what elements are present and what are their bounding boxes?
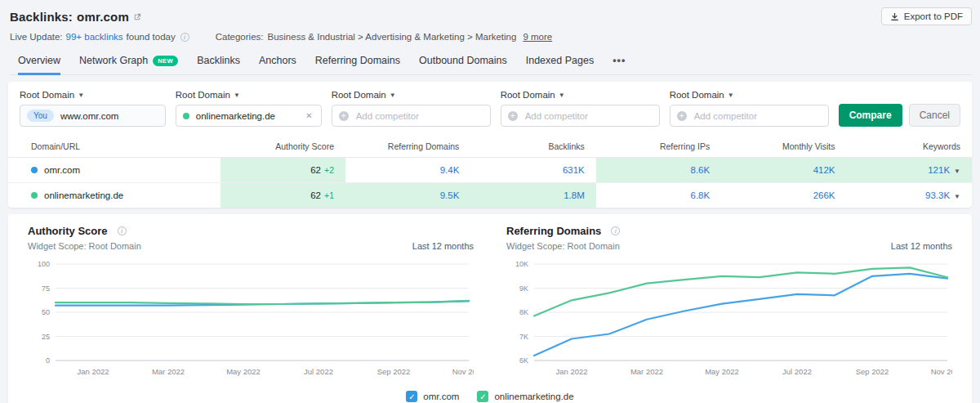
chart-title: Referring Domains	[506, 225, 601, 237]
series-line-omr-com	[534, 274, 947, 356]
column-header-monthly-visits: Monthly Visits	[721, 137, 846, 158]
live-update-link[interactable]: 99+ backlinks	[66, 32, 123, 42]
tab-label: Referring Domains	[315, 55, 400, 66]
filter-slot-2: Root Domain▼onlinemarketing.de✕	[176, 90, 322, 127]
you-badge: You	[27, 110, 54, 122]
tab-bar: OverviewNetwork GraphNEWBacklinksAnchors…	[10, 50, 972, 75]
tab-backlinks[interactable]: Backlinks	[197, 50, 240, 75]
remove-competitor-icon[interactable]: ✕	[304, 110, 314, 122]
root-domain-selector[interactable]: Root Domain▼	[332, 90, 491, 100]
y-tick-label: 100	[38, 260, 50, 268]
monthly-visits-value[interactable]: 266K	[813, 190, 835, 200]
charts-wrap: Authority ScoreiWidget Scope: Root Domai…	[8, 214, 972, 384]
legend-item-omr-com[interactable]: ✓omr.com	[406, 391, 459, 402]
tab-label: Overview	[18, 55, 60, 66]
root-domain-selector[interactable]: Root Domain▼	[670, 90, 829, 100]
keywords-value[interactable]: 121K	[928, 165, 950, 175]
competitor-field[interactable]: onlinemarketing.de✕	[176, 105, 322, 127]
categories-more-link[interactable]: 9 more	[523, 32, 552, 42]
plus-circle-icon: +	[339, 111, 349, 121]
add-competitor-field[interactable]: +	[332, 105, 491, 127]
y-tick-label: 6K	[519, 356, 528, 365]
compare-button[interactable]: Compare	[839, 104, 902, 127]
referring-domains-value[interactable]: 9.4K	[440, 165, 460, 175]
referring-domains-value[interactable]: 9.5K	[440, 190, 460, 200]
keywords-value[interactable]: 93.3K	[925, 190, 950, 200]
your-domain-value: www.omr.com	[60, 111, 158, 121]
root-domain-label: Root Domain	[176, 90, 230, 100]
domain-cell: omr.com	[8, 158, 220, 183]
authority-score-value: 62	[310, 165, 321, 175]
root-domain-label: Root Domain	[332, 90, 386, 100]
x-tick-label: Jan 2022	[77, 367, 109, 376]
table-row: omr.com62+29.4K631K8.6K412K121K▼	[8, 158, 972, 183]
add-competitor-field[interactable]: +	[670, 105, 829, 127]
info-icon[interactable]: i	[611, 226, 620, 235]
backlinks-value[interactable]: 1.8M	[564, 190, 585, 200]
filter-row: Root Domain▼Youwww.omr.comRoot Domain▼on…	[8, 82, 972, 137]
y-tick-label: 50	[42, 308, 50, 316]
top-bar: Backlinks:omr.com Export to PDF Live Upd…	[0, 0, 980, 75]
column-header-domain-url: Domain/URL	[8, 137, 220, 158]
root-domain-selector[interactable]: Root Domain▼	[20, 90, 166, 100]
your-domain-field[interactable]: Youwww.omr.com	[20, 105, 166, 127]
chevron-down-icon: ▼	[559, 92, 565, 99]
export-to-pdf-button[interactable]: Export to PDF	[881, 7, 972, 25]
tab-anchors[interactable]: Anchors	[259, 50, 296, 75]
root-domain-selector[interactable]: Root Domain▼	[501, 90, 660, 100]
column-header-backlinks: Backlinks	[470, 137, 595, 158]
legend-label: onlinemarketing.de	[494, 392, 573, 401]
competitor-dot	[183, 113, 189, 119]
tab-indexed-pages[interactable]: Indexed Pages	[526, 50, 594, 75]
new-badge: NEW	[153, 56, 178, 66]
referring-ips-cell: 8.6K	[596, 158, 721, 183]
filter-buttons: CompareCancel	[839, 104, 960, 127]
monthly-visits-value[interactable]: 412K	[813, 165, 835, 175]
x-tick-label: May 2022	[226, 367, 261, 376]
tab-referring-domains[interactable]: Referring Domains	[315, 50, 400, 75]
add-competitor-input[interactable]	[354, 110, 483, 122]
tab-more[interactable]: •••	[612, 50, 626, 75]
y-tick-label: 9K	[519, 284, 528, 293]
column-header-referring-ips: Referring IPs	[596, 137, 721, 158]
root-domain-selector[interactable]: Root Domain▼	[176, 90, 322, 100]
widget-scope-label: Widget Scope: Root Domain	[28, 241, 141, 251]
x-tick-label: Jul 2022	[304, 367, 333, 376]
charts-card: Authority ScoreiWidget Scope: Root Domai…	[8, 214, 972, 403]
chart-plot-area: 0255075100Jan 2022Mar 2022May 2022Jul 20…	[28, 257, 474, 378]
plus-circle-icon: +	[508, 111, 518, 121]
legend-checkbox[interactable]: ✓	[477, 391, 488, 402]
authority-score-delta: +1	[324, 190, 334, 200]
tab-label: Network Graph	[79, 55, 148, 66]
chart-legend: ✓omr.com✓onlinemarketing.de	[8, 384, 972, 403]
backlinks-value[interactable]: 631K	[563, 165, 585, 175]
backlinks-cell: 1.8M	[470, 183, 595, 208]
x-tick-label: Mar 2022	[630, 367, 663, 376]
chevron-down-icon[interactable]: ▼	[954, 168, 960, 175]
page-title-domain: omr.com	[77, 10, 129, 24]
tab-label: Indexed Pages	[526, 55, 594, 66]
referring-ips-value[interactable]: 8.6K	[690, 165, 710, 175]
add-competitor-input[interactable]	[523, 110, 653, 122]
tab-label: •••	[612, 55, 626, 66]
x-tick-label: May 2022	[705, 367, 739, 376]
tab-overview[interactable]: Overview	[18, 50, 60, 75]
tab-outbound-domains[interactable]: Outbound Domains	[419, 50, 507, 75]
info-icon[interactable]: i	[180, 33, 189, 42]
chevron-down-icon[interactable]: ▼	[954, 193, 960, 200]
root-domain-label: Root Domain	[670, 90, 724, 100]
add-competitor-input[interactable]	[693, 110, 822, 122]
tab-network-graph[interactable]: Network GraphNEW	[79, 50, 178, 75]
chart-referring-domains: Referring DomainsiWidget Scope: Root Dom…	[506, 225, 952, 381]
external-link-icon[interactable]	[133, 12, 142, 21]
referring-ips-value[interactable]: 6.8K	[690, 190, 710, 200]
info-icon[interactable]: i	[118, 226, 127, 235]
cancel-button[interactable]: Cancel	[909, 104, 960, 127]
domain-name: omr.com	[44, 165, 80, 175]
add-competitor-field[interactable]: +	[501, 105, 660, 127]
x-tick-label: Nov 2022	[452, 367, 474, 376]
column-header-keywords: Keywords	[847, 137, 972, 158]
categories: Categories: Business & Industrial > Adve…	[216, 32, 553, 42]
legend-checkbox[interactable]: ✓	[406, 391, 417, 402]
legend-item-onlinemarketing-de[interactable]: ✓onlinemarketing.de	[477, 391, 573, 402]
